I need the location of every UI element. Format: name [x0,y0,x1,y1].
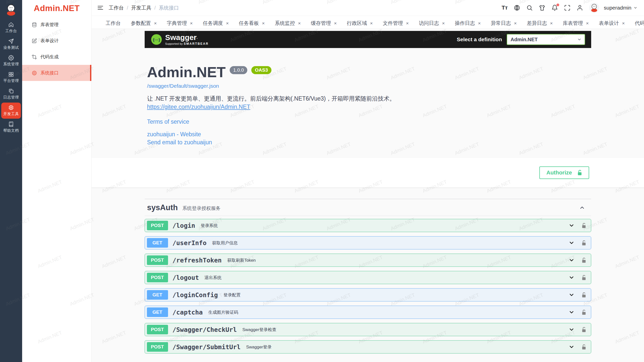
lock-open-icon[interactable] [582,257,586,263]
terms-of-service-link[interactable]: Terms of service [147,118,189,125]
sidebar-item-label: 库表管理 [41,22,59,28]
user-menu[interactable]: superadmin [604,5,637,11]
rail-nav-item[interactable]: 业务测试 [1,36,21,52]
view-tab[interactable]: 文件管理 × [378,18,414,29]
view-tab[interactable]: 任务看板 × [234,18,270,29]
tab-close-icon[interactable]: × [298,21,301,26]
api-tag-header[interactable]: sysAuth 系统登录授权服务 [145,199,591,216]
tab-close-icon[interactable]: × [586,21,589,26]
lock-open-icon[interactable] [582,223,586,229]
contact-email-link[interactable]: Send email to zuohuaijun [147,138,212,146]
tab-label: 文件管理 [383,20,403,27]
lock-open-icon[interactable] [582,292,586,298]
definition-select[interactable]: Admin.NET [507,34,585,45]
rail-nav-item[interactable]: 帮助文档 [1,119,21,135]
view-tab[interactable]: 操作日志 × [450,18,486,29]
api-endpoint-row[interactable]: GET /userInfo 获取用户信息 [145,236,591,249]
app-logo-avatar[interactable] [0,0,22,20]
tab-close-icon[interactable]: × [550,21,553,26]
lock-open-icon[interactable] [582,275,586,281]
lock-open-icon[interactable] [582,240,586,246]
swagger-supported-by: Supported by SMARTBEAR [165,42,209,46]
tab-close-icon[interactable]: × [442,21,445,26]
view-tab[interactable]: 代码生成 × [630,18,644,29]
chevron-down-icon[interactable] [569,309,575,315]
api-endpoint-row[interactable]: POST /Swagger/CheckUrl Swagger登录检查 [145,323,591,336]
profile-icon[interactable] [577,5,583,11]
rail-nav-item[interactable]: 工作台 [1,20,21,36]
rail-nav-item[interactable]: 平台管理 [1,69,21,85]
view-tab[interactable]: 参数配置 × [126,18,162,29]
tab-close-icon[interactable]: × [154,21,157,26]
view-tab[interactable]: 表单设计 × [594,18,630,29]
tab-close-icon[interactable]: × [262,21,265,26]
api-endpoint-row[interactable]: POST /login 登录系统 [145,219,591,232]
sidebar-item[interactable]: 库表管理 [22,17,91,33]
sidebar-item[interactable]: 代码生成 [22,49,91,65]
lock-open-icon[interactable] [582,309,586,315]
http-method-badge: POST [147,273,168,282]
tab-close-icon[interactable]: × [622,21,625,26]
view-tab[interactable]: 异常日志 × [486,18,522,29]
logs-icon [8,88,14,94]
tab-label: 参数配置 [131,20,151,27]
api-endpoint-row[interactable]: POST /refreshToken 获取刷新Token [145,254,591,267]
username-label: superadmin [604,5,631,11]
sidebar-item[interactable]: 系统接口 [22,65,91,81]
lock-open-icon[interactable] [582,344,586,350]
view-tab[interactable]: 任务调度 × [198,18,234,29]
rail-nav-item[interactable]: 日志管理 [1,86,21,102]
app-logo-text: Admin.NET [22,0,91,17]
chevron-down-icon[interactable] [569,292,575,298]
view-tab[interactable]: 系统监控 × [270,18,306,29]
theme-shirt-icon[interactable] [539,5,545,11]
tab-close-icon[interactable]: × [334,21,337,26]
view-tab[interactable]: 库表管理 × [558,18,594,29]
spec-json-link[interactable]: /swagger/Default/swagger.json [147,83,219,89]
user-avatar[interactable] [589,3,599,13]
tab-close-icon[interactable]: × [190,21,193,26]
view-tab[interactable]: 差异日志 × [522,18,558,29]
api-tag-header[interactable]: sysUser 系统用户服务 [145,358,591,362]
sidebar-collapse-icon[interactable] [96,3,105,13]
chevron-down-icon[interactable] [569,240,575,246]
tab-close-icon[interactable]: × [370,21,373,26]
chevron-down-icon[interactable] [569,327,575,333]
view-tab[interactable]: 访问日志 × [414,18,450,29]
view-tab[interactable]: 缓存管理 × [306,18,342,29]
rail-nav-item[interactable]: 开发工具 [1,103,21,119]
sidebar-item-label: 系统接口 [41,70,59,76]
font-size-icon[interactable]: Tт [502,5,508,11]
chevron-down-icon[interactable] [569,344,575,350]
api-endpoint-row[interactable]: GET /loginConfig 登录配置 [145,288,591,301]
book-icon [8,121,14,127]
sidebar-item-label: 表单设计 [41,38,59,44]
tab-close-icon[interactable]: × [406,21,409,26]
view-tab[interactable]: 字典管理 × [162,18,198,29]
api-endpoint-row[interactable]: POST /logout 退出系统 [145,271,591,284]
fullscreen-icon[interactable] [564,5,571,11]
chevron-down-icon[interactable] [569,275,575,281]
contact-website-link[interactable]: zuohuaijun - Website [147,130,201,138]
sidebar-item[interactable]: 表单设计 [22,33,91,49]
authorize-button[interactable]: Authorize [539,166,589,179]
lock-open-icon[interactable] [582,327,586,333]
tab-close-icon[interactable]: × [514,21,517,26]
repo-link[interactable]: https://gitee.com/zuohuaijun/Admin.NET [147,104,250,110]
breadcrumb-item[interactable]: 工作台 [109,5,124,11]
home-icon [8,22,14,27]
view-tab[interactable]: 行政区域 × [342,18,378,29]
language-icon[interactable] [514,5,520,11]
search-icon[interactable] [526,5,533,11]
api-endpoint-row[interactable]: GET /captcha 生成图片验证码 [145,306,591,319]
rail-nav-item[interactable]: 系统管理 [1,53,21,69]
chevron-down-icon[interactable] [569,222,575,229]
view-tab[interactable]: 工作台 [101,18,126,29]
chevron-up-icon[interactable] [579,205,589,211]
chevron-down-icon[interactable] [569,257,575,263]
tab-close-icon[interactable]: × [226,21,229,26]
api-endpoint-row[interactable]: POST /Swagger/SubmitUrl Swagger登录 [145,340,591,353]
tab-close-icon[interactable]: × [478,21,481,26]
breadcrumb-item[interactable]: 开发工具 [131,5,151,11]
notification-icon[interactable] [551,5,558,11]
